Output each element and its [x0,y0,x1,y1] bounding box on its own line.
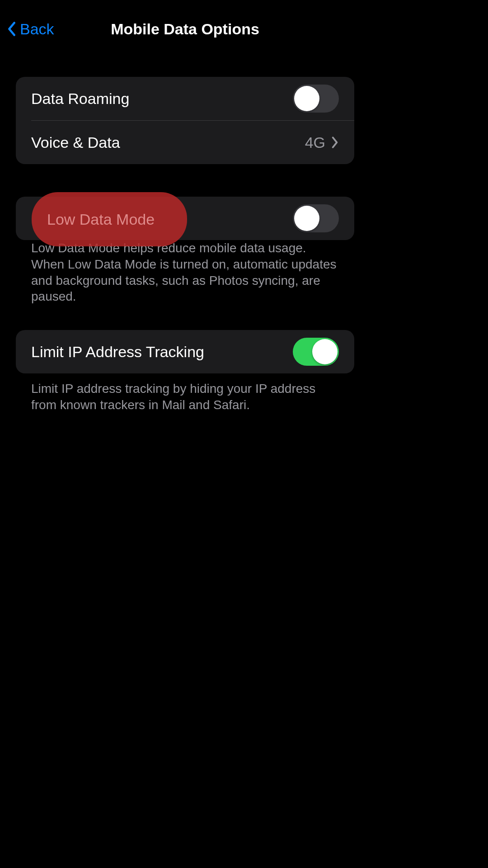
toggle-knob [294,86,319,111]
settings-group-3: Limit IP Address Tracking [16,330,354,373]
chevron-left-icon [6,20,17,38]
limit-ip-label: Limit IP Address Tracking [31,343,204,361]
toggle-knob [312,339,338,364]
low-data-mode-footer: Low Data Mode helps reduce mobile data u… [16,240,354,305]
highlight-overlay: Low Data Mode [32,192,187,246]
toggle-knob [294,206,319,231]
voice-data-label: Voice & Data [31,134,120,151]
limit-ip-toggle[interactable] [293,338,339,366]
page-title: Mobile Data Options [0,20,370,38]
navigation-bar: Back Mobile Data Options [0,9,370,49]
data-roaming-toggle[interactable] [293,85,339,113]
row-right: 4G [305,134,339,151]
voice-data-value: 4G [305,134,325,151]
chevron-right-icon [331,136,339,149]
limit-ip-footer: Limit IP address tracking by hiding your… [16,381,354,413]
low-data-mode-toggle[interactable] [293,204,339,232]
data-roaming-row: Data Roaming [16,77,354,120]
back-button[interactable]: Back [6,20,54,38]
highlight-label: Low Data Mode [47,211,155,228]
limit-ip-row: Limit IP Address Tracking [16,330,354,373]
back-label: Back [20,20,54,38]
data-roaming-label: Data Roaming [31,90,129,108]
settings-group-1: Data Roaming Voice & Data 4G [16,77,354,164]
voice-data-row[interactable]: Voice & Data 4G [16,121,354,164]
